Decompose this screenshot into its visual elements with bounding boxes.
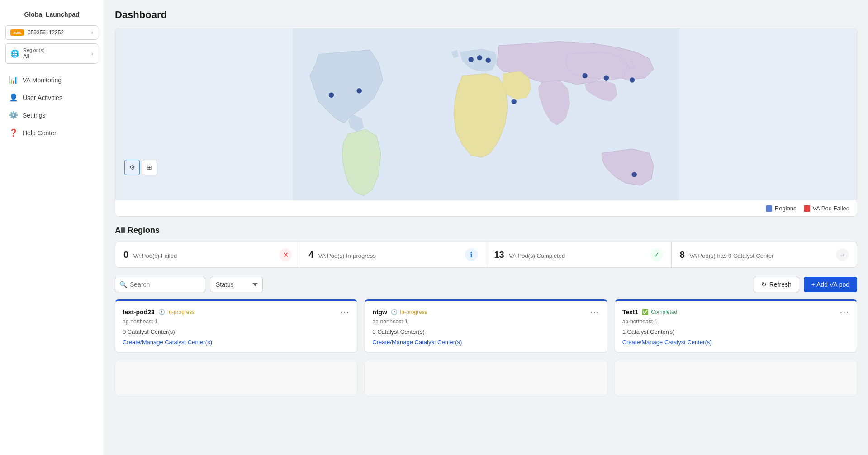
stat-in-progress: 4 VA Pod(s) In-progress ℹ bbox=[300, 242, 486, 268]
svg-point-7 bbox=[582, 73, 587, 78]
settings-icon: ⚙️ bbox=[9, 111, 18, 119]
search-wrap: 🔍 bbox=[115, 277, 205, 292]
toolbar: 🔍 Status In-progress Completed Failed ↻ … bbox=[115, 277, 857, 292]
search-input[interactable] bbox=[115, 277, 205, 292]
map-controls: ⚙ ⊞ bbox=[124, 160, 157, 175]
stat-in-progress-number: 4 bbox=[308, 250, 313, 260]
completed-status-icon: ✓ bbox=[650, 248, 663, 261]
refresh-label: Refresh bbox=[769, 281, 792, 288]
no-catalyst-status-icon: – bbox=[836, 248, 849, 261]
svg-point-2 bbox=[357, 88, 362, 93]
pod-more-menu-button[interactable]: ··· bbox=[590, 307, 600, 317]
stat-failed-label: VA Pod(s) Failed bbox=[133, 252, 177, 259]
pod-catalysts: 0 Catalyst Center(s) bbox=[123, 328, 350, 335]
pod-status: 🕐 In-progress bbox=[158, 309, 195, 315]
chevron-right-icon: › bbox=[91, 29, 93, 36]
pod-card-placeholder-1 bbox=[115, 360, 357, 396]
map-legend: Regions VA Pod Failed bbox=[115, 200, 857, 216]
clock-icon: 🕐 bbox=[158, 309, 165, 315]
pod-card-ntgw: ntgw 🕐 In-progress ··· ap-northeast-1 0 … bbox=[365, 299, 607, 353]
nav-label-user-activities: User Activities bbox=[23, 94, 62, 101]
sidebar-item-help-center[interactable]: ❓ Help Center bbox=[0, 124, 104, 142]
svg-point-10 bbox=[632, 172, 637, 177]
svg-point-4 bbox=[477, 55, 482, 60]
failed-color-dot bbox=[804, 205, 810, 212]
svg-point-3 bbox=[469, 57, 474, 62]
monitor-icon: 📊 bbox=[9, 76, 18, 84]
stats-bar: 0 VA Pod(s) Failed ✕ 4 VA Pod(s) In-prog… bbox=[115, 242, 857, 268]
stat-no-catalyst-number: 8 bbox=[680, 250, 685, 260]
pod-create-catalyst-link[interactable]: Create/Manage Catalyst Center(s) bbox=[372, 339, 462, 346]
add-pod-label: + Add VA pod bbox=[811, 281, 849, 288]
pod-card-test1: Test1 ✅ Completed ··· ap-northeast-1 1 C… bbox=[615, 299, 857, 353]
account-selector[interactable]: aws 059356112352 › bbox=[5, 25, 98, 40]
sidebar-title: Global Launchpad bbox=[0, 7, 104, 25]
pod-card-header: Test1 ✅ Completed ··· bbox=[622, 307, 849, 317]
page-title: Dashboard bbox=[115, 9, 857, 21]
sidebar: Global Launchpad aws 059356112352 › 🌐 Re… bbox=[0, 0, 104, 455]
in-progress-status-icon: ℹ bbox=[465, 248, 478, 261]
svg-point-6 bbox=[512, 99, 517, 104]
globe-icon: 🌐 bbox=[10, 49, 19, 58]
map-gear-button[interactable]: ⚙ bbox=[124, 160, 140, 175]
svg-point-1 bbox=[329, 93, 334, 98]
account-info: 059356112352 bbox=[28, 29, 91, 36]
main-content: Dashboard bbox=[104, 0, 868, 455]
pod-status: ✅ Completed bbox=[642, 309, 677, 315]
region-value: All bbox=[23, 53, 91, 60]
svg-point-9 bbox=[630, 77, 635, 82]
pod-status-label: Completed bbox=[651, 309, 677, 315]
status-filter-select[interactable]: Status In-progress Completed Failed bbox=[210, 277, 263, 292]
pod-more-menu-button[interactable]: ··· bbox=[840, 307, 849, 317]
check-icon: ✅ bbox=[642, 309, 649, 315]
failed-legend-label: VA Pod Failed bbox=[813, 205, 849, 212]
pod-status-label: In-progress bbox=[400, 309, 427, 315]
pods-grid: test-pod23 🕐 In-progress ··· ap-northeas… bbox=[115, 299, 857, 396]
aws-badge: aws bbox=[10, 29, 24, 36]
toolbar-right: ↻ Refresh + Add VA pod bbox=[754, 277, 857, 292]
nav-label-va-monitoring: VA Monitoring bbox=[23, 76, 62, 84]
stat-completed-number: 13 bbox=[494, 250, 504, 260]
map-grid-button[interactable]: ⊞ bbox=[142, 160, 157, 175]
help-icon: ❓ bbox=[9, 128, 18, 137]
regions-color-dot bbox=[766, 205, 772, 212]
world-map-svg bbox=[115, 28, 857, 200]
svg-point-8 bbox=[604, 76, 609, 81]
nav-label-help-center: Help Center bbox=[23, 129, 57, 137]
toolbar-left: 🔍 Status In-progress Completed Failed bbox=[115, 277, 263, 292]
pod-create-catalyst-link[interactable]: Create/Manage Catalyst Center(s) bbox=[123, 339, 212, 346]
sidebar-item-user-activities[interactable]: 👤 User Activities bbox=[0, 89, 104, 106]
account-id: 059356112352 bbox=[28, 29, 91, 36]
svg-point-5 bbox=[486, 58, 491, 63]
clock-icon: 🕐 bbox=[391, 309, 398, 315]
pod-catalysts: 0 Catalyst Center(s) bbox=[372, 328, 599, 335]
failed-status-icon: ✕ bbox=[279, 248, 292, 261]
sidebar-item-va-monitoring[interactable]: 📊 VA Monitoring bbox=[0, 71, 104, 89]
region-info: Region(s) All bbox=[23, 47, 91, 60]
refresh-button[interactable]: ↻ Refresh bbox=[754, 277, 799, 292]
legend-regions: Regions bbox=[766, 205, 797, 212]
pod-card-header: ntgw 🕐 In-progress ··· bbox=[372, 307, 599, 317]
pod-catalysts: 1 Catalyst Center(s) bbox=[622, 328, 849, 335]
pod-status-label: In-progress bbox=[167, 309, 195, 315]
pod-more-menu-button[interactable]: ··· bbox=[340, 307, 350, 317]
sidebar-item-settings[interactable]: ⚙️ Settings bbox=[0, 106, 104, 124]
nav-label-settings: Settings bbox=[23, 112, 46, 119]
pod-region: ap-northeast-1 bbox=[372, 318, 599, 325]
pod-name: Test1 bbox=[622, 308, 639, 316]
region-label: Region(s) bbox=[23, 47, 91, 53]
stat-no-catalyst: 8 VA Pod(s) has 0 Catalyst Center – bbox=[672, 242, 857, 268]
pod-name: test-pod23 bbox=[123, 308, 155, 316]
stat-failed-number: 0 bbox=[123, 250, 128, 260]
add-va-pod-button[interactable]: + Add VA pod bbox=[804, 277, 857, 292]
region-selector[interactable]: 🌐 Region(s) All › bbox=[5, 43, 98, 64]
pod-name: ntgw bbox=[372, 308, 387, 316]
user-icon: 👤 bbox=[9, 93, 18, 102]
pod-create-catalyst-link[interactable]: Create/Manage Catalyst Center(s) bbox=[622, 339, 712, 346]
stat-completed-label: VA Pod(s) Completed bbox=[509, 252, 565, 259]
legend-va-pod-failed: VA Pod Failed bbox=[804, 205, 849, 212]
search-icon: 🔍 bbox=[119, 281, 127, 288]
pod-card-placeholder-3 bbox=[615, 360, 857, 396]
stat-failed: 0 VA Pod(s) Failed ✕ bbox=[115, 242, 300, 268]
stat-in-progress-label: VA Pod(s) In-progress bbox=[318, 252, 376, 259]
